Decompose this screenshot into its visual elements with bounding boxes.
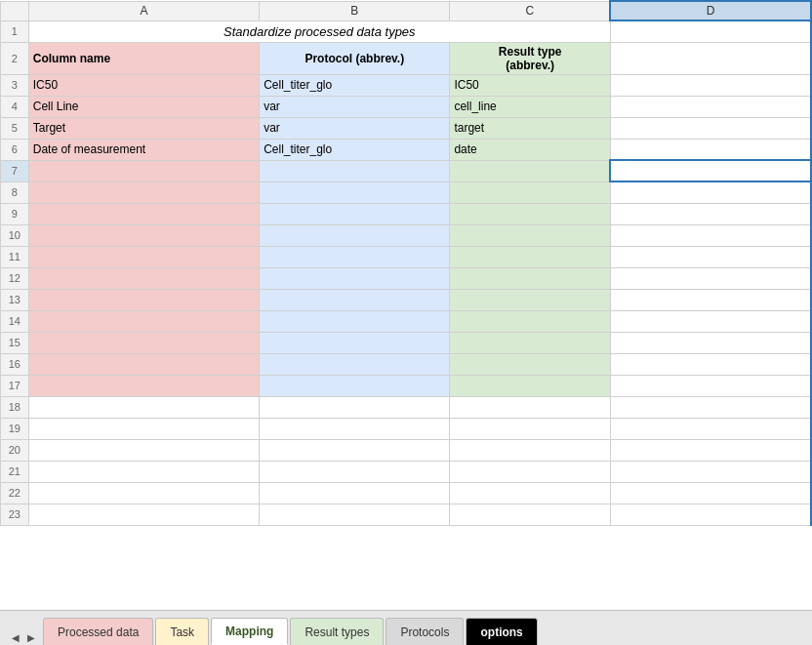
cell-21b[interactable] xyxy=(260,461,450,482)
cell-6a[interactable]: Date of measurement xyxy=(28,139,259,160)
cell-22a[interactable] xyxy=(28,482,259,504)
cell-23c[interactable] xyxy=(450,504,610,525)
cell-11a[interactable] xyxy=(28,246,259,267)
cell-9a[interactable] xyxy=(28,203,259,224)
cell-4b[interactable]: var xyxy=(260,96,450,117)
tab-mapping[interactable]: Mapping xyxy=(211,618,288,645)
title-cell[interactable]: Standardize processed data types xyxy=(28,20,610,42)
cell-7a[interactable] xyxy=(28,160,259,181)
cell-7b[interactable] xyxy=(260,160,450,181)
cell-17d[interactable] xyxy=(610,375,811,396)
cell-1d[interactable] xyxy=(610,20,811,42)
tab-options[interactable]: options xyxy=(466,618,537,645)
cell-9d[interactable] xyxy=(610,203,811,224)
cell-3d[interactable] xyxy=(610,74,811,96)
cell-5b[interactable]: var xyxy=(260,117,450,139)
cell-16c[interactable] xyxy=(450,353,610,375)
cell-6d[interactable] xyxy=(610,139,811,160)
cell-18c[interactable] xyxy=(450,396,610,418)
cell-13c[interactable] xyxy=(450,289,610,310)
cell-3b[interactable]: Cell_titer_glo xyxy=(260,74,450,96)
cell-9b[interactable] xyxy=(260,203,450,224)
cell-12a[interactable] xyxy=(28,267,259,289)
cell-23d[interactable] xyxy=(610,504,811,525)
cell-19c[interactable] xyxy=(450,418,610,439)
cell-13d[interactable] xyxy=(610,289,811,310)
cell-20c[interactable] xyxy=(450,439,610,461)
cell-10b[interactable] xyxy=(260,224,450,246)
cell-16a[interactable] xyxy=(28,353,259,375)
cell-2a[interactable]: Column name xyxy=(28,42,259,74)
cell-20d[interactable] xyxy=(610,439,811,461)
cell-4c[interactable]: cell_line xyxy=(450,96,610,117)
col-header-c[interactable]: C xyxy=(450,1,610,20)
cell-12b[interactable] xyxy=(260,267,450,289)
cell-23a[interactable] xyxy=(28,504,259,525)
cell-4a[interactable]: Cell Line xyxy=(28,96,259,117)
cell-15d[interactable] xyxy=(610,332,811,353)
cell-5a[interactable]: Target xyxy=(28,117,259,139)
tab-protocols[interactable]: Protocols xyxy=(386,618,464,645)
cell-15c[interactable] xyxy=(450,332,610,353)
cell-5c[interactable]: target xyxy=(450,117,610,139)
cell-3a[interactable]: IC50 xyxy=(28,74,259,96)
tab-result-types[interactable]: Result types xyxy=(290,618,384,645)
cell-17a[interactable] xyxy=(28,375,259,396)
cell-21a[interactable] xyxy=(28,461,259,482)
cell-22b[interactable] xyxy=(260,482,450,504)
col-header-d[interactable]: D xyxy=(610,1,811,20)
cell-19b[interactable] xyxy=(260,418,450,439)
cell-6b[interactable]: Cell_titer_glo xyxy=(260,139,450,160)
cell-8c[interactable] xyxy=(450,181,610,203)
cell-12c[interactable] xyxy=(450,267,610,289)
cell-21d[interactable] xyxy=(610,461,811,482)
cell-11d[interactable] xyxy=(610,246,811,267)
cell-7c[interactable] xyxy=(450,160,610,181)
cell-14b[interactable] xyxy=(260,310,450,332)
cell-15b[interactable] xyxy=(260,332,450,353)
cell-20a[interactable] xyxy=(28,439,259,461)
cell-20b[interactable] xyxy=(260,439,450,461)
cell-19a[interactable] xyxy=(28,418,259,439)
cell-22d[interactable] xyxy=(610,482,811,504)
cell-8b[interactable] xyxy=(260,181,450,203)
cell-21c[interactable] xyxy=(450,461,610,482)
cell-5d[interactable] xyxy=(610,117,811,139)
cell-6c[interactable]: date xyxy=(450,139,610,160)
cell-12d[interactable] xyxy=(610,267,811,289)
col-header-a[interactable]: A xyxy=(28,1,259,20)
cell-11c[interactable] xyxy=(450,246,610,267)
cell-14c[interactable] xyxy=(450,310,610,332)
cell-8d[interactable] xyxy=(610,181,811,203)
cell-18d[interactable] xyxy=(610,396,811,418)
cell-19d[interactable] xyxy=(610,418,811,439)
tab-task[interactable]: Task xyxy=(155,618,209,645)
cell-7d[interactable] xyxy=(610,160,811,181)
cell-8a[interactable] xyxy=(28,181,259,203)
cell-11b[interactable] xyxy=(260,246,450,267)
cell-17c[interactable] xyxy=(450,375,610,396)
cell-16d[interactable] xyxy=(610,353,811,375)
cell-15a[interactable] xyxy=(28,332,259,353)
cell-23b[interactable] xyxy=(260,504,450,525)
cell-2d[interactable] xyxy=(610,42,811,74)
cell-2b[interactable]: Protocol (abbrev.) xyxy=(260,42,450,74)
tab-nav-right[interactable]: ▶ xyxy=(23,629,39,645)
cell-22c[interactable] xyxy=(450,482,610,504)
cell-16b[interactable] xyxy=(260,353,450,375)
cell-17b[interactable] xyxy=(260,375,450,396)
cell-10a[interactable] xyxy=(28,224,259,246)
grid-scroll[interactable]: A B C D 1 Standardize processed data typ… xyxy=(0,0,812,610)
tab-nav-left[interactable]: ◀ xyxy=(8,629,23,645)
cell-13a[interactable] xyxy=(28,289,259,310)
cell-18a[interactable] xyxy=(28,396,259,418)
cell-4d[interactable] xyxy=(610,96,811,117)
tab-processed-data[interactable]: Processed data xyxy=(43,618,153,645)
cell-10d[interactable] xyxy=(610,224,811,246)
cell-14a[interactable] xyxy=(28,310,259,332)
cell-18b[interactable] xyxy=(260,396,450,418)
col-header-b[interactable]: B xyxy=(260,1,450,20)
cell-3c[interactable]: IC50 xyxy=(450,74,610,96)
cell-14d[interactable] xyxy=(610,310,811,332)
cell-9c[interactable] xyxy=(450,203,610,224)
